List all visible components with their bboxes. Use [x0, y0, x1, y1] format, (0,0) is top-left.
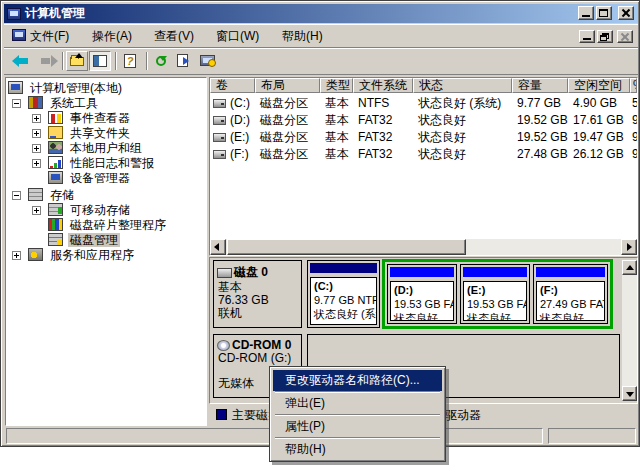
menu-help[interactable]: 帮助(H): [280, 28, 325, 44]
logical-drive-band: [536, 267, 605, 277]
expand-icon[interactable]: [32, 159, 41, 168]
extended-partition-group: (D:) 19.53 GB FAT32 状态良好 (E:) 19.53 GB F…: [382, 259, 613, 329]
menu-item-change-drive-letter[interactable]: 更改驱动器名和路径(C)...: [273, 370, 442, 391]
performance-logs-icon: [48, 156, 63, 169]
tree-item-removable-storage[interactable]: 可移动存储: [6, 203, 206, 218]
device-manager-icon: [48, 171, 63, 184]
table-row-volume-e[interactable]: (E:) 磁盘分区 基本 FAT32 状态良好 19.52 GB 19.47 G…: [210, 129, 637, 146]
menu-action[interactable]: 操作(A): [90, 28, 134, 44]
menu-file[interactable]: 文件(F): [28, 28, 71, 44]
partition-d[interactable]: (D:) 19.53 GB FAT32 状态良好: [387, 264, 457, 324]
column-header-type[interactable]: 类型: [320, 78, 353, 93]
column-header-filesystem[interactable]: 文件系统: [353, 78, 413, 93]
tree-item-shared-folders[interactable]: 共享文件夹: [6, 126, 206, 141]
scroll-up-button[interactable]: [622, 260, 637, 275]
minimize-icon: [583, 38, 591, 40]
menu-window[interactable]: 窗口(W): [214, 28, 261, 44]
collapse-icon[interactable]: [12, 99, 21, 108]
help-icon[interactable]: ?: [120, 52, 140, 70]
mdi-restore-button[interactable]: [597, 30, 613, 43]
partition-info: 9.77 GB NTFS: [314, 293, 373, 307]
column-header-capacity[interactable]: 容量: [512, 78, 568, 93]
services-applications-icon: [28, 248, 43, 261]
minimize-button[interactable]: [578, 6, 594, 20]
back-icon[interactable]: [12, 52, 32, 70]
local-users-groups-icon: [48, 141, 63, 154]
tree-item-system-tools[interactable]: 系统工具: [6, 96, 206, 111]
partition-label: (D:): [394, 283, 450, 297]
refresh-icon[interactable]: [151, 52, 171, 70]
partition-f[interactable]: (F:) 27.49 GB FAT32 状态良好: [533, 264, 608, 324]
expand-icon[interactable]: [32, 129, 41, 138]
table-row-volume-c[interactable]: (C:) 磁盘分区 基本 NTFS 状态良好 (系统) 9.77 GB 4.90…: [210, 95, 637, 112]
drive-icon: [213, 150, 226, 159]
collapse-icon[interactable]: [12, 191, 21, 200]
up-level-button[interactable]: [66, 51, 88, 71]
export-list-icon[interactable]: [174, 52, 194, 70]
disk0-header[interactable]: 磁盘 0 基本 76.33 GB 联机: [213, 260, 302, 328]
partition-info: 19.53 GB FAT32: [467, 297, 523, 311]
forward-icon[interactable]: [38, 52, 58, 70]
system-tools-icon: [28, 96, 43, 109]
tree-item-local-users-groups[interactable]: 本地用户和组: [6, 141, 206, 156]
disk-management-icon: [48, 233, 63, 246]
horizontal-scrollbar-thumb[interactable]: [227, 239, 466, 255]
mdi-minimize-button[interactable]: [579, 30, 595, 43]
column-header-layout[interactable]: 布局: [255, 78, 320, 93]
show-hide-console-tree-button[interactable]: [89, 51, 111, 71]
tree-item-disk-management[interactable]: 磁盘管理: [6, 233, 206, 248]
column-header-volume[interactable]: 卷: [210, 78, 255, 93]
menu-item-properties[interactable]: 属性(P): [273, 416, 442, 437]
mdi-child-icon[interactable]: [12, 29, 26, 41]
menu-item-help[interactable]: 帮助(H): [273, 439, 442, 460]
event-viewer-icon: [48, 111, 63, 124]
manage-computer-icon[interactable]: [198, 52, 218, 70]
disk0-name: 磁盘 0: [234, 264, 268, 281]
titlebar[interactable]: 计算机管理: [4, 4, 638, 23]
table-row-volume-f[interactable]: (F:) 磁盘分区 基本 FAT32 状态良好 27.48 GB 26.12 G…: [210, 146, 637, 163]
partition-info: 19.53 GB FAT32: [394, 297, 450, 311]
tree-item-disk-defragmenter[interactable]: 磁盘碎片整理程序: [6, 218, 206, 233]
partition-c[interactable]: (C:) 9.77 GB NTFS 状态良好 (系统): [307, 260, 380, 328]
expand-icon[interactable]: [32, 114, 41, 123]
logical-drive-band: [390, 267, 454, 277]
column-header-freespace[interactable]: 空闲空间: [568, 78, 630, 93]
tree-item-computer-management[interactable]: 计算机管理(本地): [6, 81, 206, 96]
disk-icon: [217, 268, 232, 278]
table-row-volume-d[interactable]: (D:) 磁盘分区 基本 FAT32 状态良好 19.52 GB 17.61 G…: [210, 112, 637, 129]
menu-view[interactable]: 查看(V): [152, 28, 196, 44]
scroll-left-button[interactable]: [210, 239, 226, 255]
scroll-down-button[interactable]: [622, 386, 637, 401]
partition-label: (E:): [467, 283, 523, 297]
mdi-close-button[interactable]: [617, 30, 633, 43]
tree-item-event-viewer[interactable]: 事件查看器: [6, 111, 206, 126]
tree-item-device-manager[interactable]: 设备管理器: [6, 171, 206, 186]
expand-icon[interactable]: [32, 206, 41, 215]
drive-icon: [213, 99, 226, 108]
expand-icon[interactable]: [32, 144, 41, 153]
partition-e[interactable]: (E:) 19.53 GB FAT32 状态良好: [460, 264, 530, 324]
tree-item-storage[interactable]: 存储: [6, 188, 206, 203]
primary-partition-swatch: [216, 409, 227, 420]
close-button[interactable]: [618, 6, 634, 20]
up-folder-icon: [70, 57, 84, 66]
partition-label: (C:): [314, 279, 373, 293]
up-arrow-icon: [75, 53, 83, 58]
expand-icon[interactable]: [12, 251, 21, 260]
status-panel-right: [548, 428, 636, 444]
toolbar-separator: [62, 52, 64, 70]
context-menu: 更改驱动器名和路径(C)... 弹出(E) 属性(P) 帮助(H): [269, 366, 446, 462]
maximize-icon: [599, 9, 608, 17]
column-header-percent-free[interactable]: %: [630, 78, 637, 93]
menu-bar: 文件(F) 操作(A) 查看(V) 窗口(W) 帮助(H): [4, 24, 638, 48]
column-header-status[interactable]: 状态: [413, 78, 512, 93]
tree-item-services-applications[interactable]: 服务和应用程序: [6, 248, 206, 263]
partition-label: (F:): [540, 283, 601, 297]
menu-item-eject[interactable]: 弹出(E): [273, 393, 442, 414]
vertical-scrollbar[interactable]: [622, 260, 637, 401]
tree-item-performance-logs[interactable]: 性能日志和警报: [6, 156, 206, 171]
scroll-right-button[interactable]: [621, 239, 637, 255]
partition-status: 状态良好 (系统): [314, 307, 373, 321]
maximize-button[interactable]: [596, 6, 612, 20]
disk-defragmenter-icon: [48, 218, 63, 231]
